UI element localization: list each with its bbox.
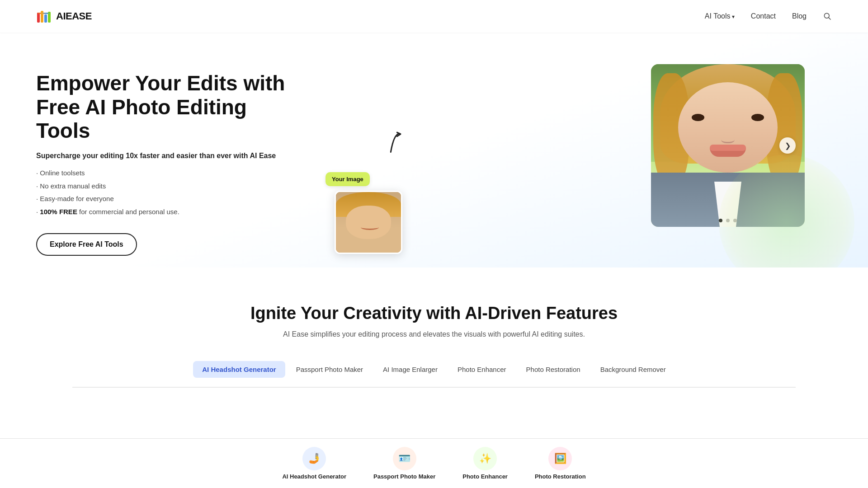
features-section: Ignite Your Creativity with AI-Driven Fe… [0,267,868,406]
search-icon[interactable] [823,12,832,21]
logo-link[interactable]: AIEASE [36,8,92,24]
svg-rect-4 [37,13,51,14]
arrow-icon [380,129,411,162]
explore-button[interactable]: Explore Free AI Tools [36,233,137,256]
hero-bullets: · Online toolsets · No extra manual edit… [36,168,289,217]
svg-rect-0 [37,13,40,23]
svg-line-6 [829,18,831,20]
hero-title: Empower Your Edits with Free AI Photo Ed… [36,71,289,143]
hero-image-small [335,191,402,254]
carousel-dot-2[interactable] [726,219,730,222]
carousel-dot-3[interactable] [733,219,737,222]
tab-ai-headshot[interactable]: AI Headshot Generator [193,361,285,378]
carousel-dot-1[interactable] [719,219,722,222]
hero-left: Empower Your Edits with Free AI Photo Ed… [36,71,289,256]
svg-rect-1 [41,11,43,23]
features-divider [72,387,796,388]
svg-rect-2 [44,14,47,23]
nav-item-ai-tools[interactable]: AI Tools [705,12,735,20]
features-tabs: AI Headshot Generator Passport Photo Mak… [36,361,832,378]
nav-links: AI Tools Contact Blog [705,12,832,21]
bullet-4: · 100% FREE for commercial and personal … [36,207,289,217]
bullet-2: · No extra manual edits [36,181,289,192]
hero-right: Your Image [289,60,832,267]
hero-image-main: ❯ [651,64,805,227]
small-face-art [336,192,401,253]
features-subtitle: AI Ease simplifies your editing process … [36,330,832,338]
tab-photo-enhancer[interactable]: Photo Enhancer [448,361,515,378]
nav-item-blog[interactable]: Blog [792,12,807,20]
svg-point-5 [824,13,829,18]
navbar: AIEASE AI Tools Contact Blog [0,0,868,33]
tab-passport-photo[interactable]: Passport Photo Maker [287,361,372,378]
tab-ai-image-enlarger[interactable]: AI Image Enlarger [374,361,447,378]
bullet-3: · Easy-made for everyone [36,194,289,204]
bullet-1: · Online toolsets [36,168,289,178]
carousel-dots [719,219,737,222]
hero-section: Empower Your Edits with Free AI Photo Ed… [0,33,868,267]
carousel-next-button[interactable]: ❯ [779,137,796,154]
your-image-bubble: Your Image [326,172,370,186]
logo-icon [36,8,52,24]
logo-text: AIEASE [56,10,92,22]
tab-background-remover[interactable]: Background Remover [591,361,675,378]
nav-item-contact[interactable]: Contact [751,12,776,20]
tab-photo-restoration[interactable]: Photo Restoration [517,361,590,378]
features-title: Ignite Your Creativity with AI-Driven Fe… [36,304,832,323]
hero-subtitle: Supercharge your editing 10x faster and … [36,152,289,160]
